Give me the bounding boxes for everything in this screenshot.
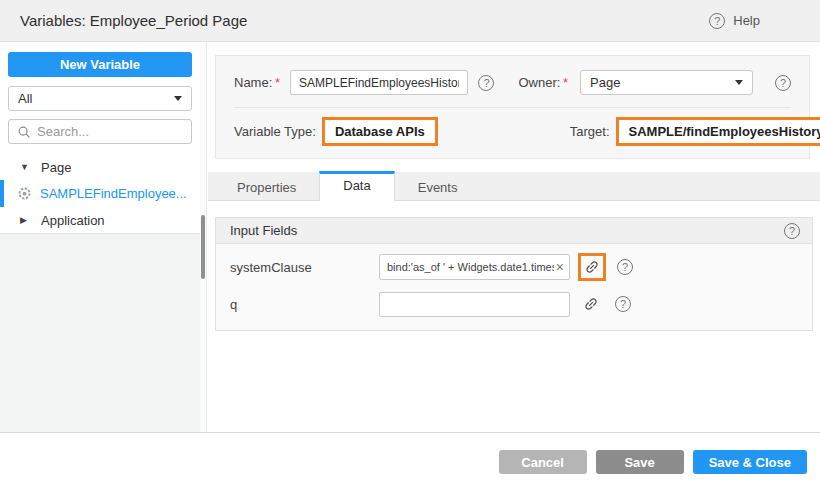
owner-select[interactable]: Page <box>580 70 753 95</box>
tab-data[interactable]: Data <box>319 171 394 201</box>
sidebar-scrollbar-thumb[interactable] <box>201 215 205 279</box>
help-icon[interactable]: ? <box>709 13 725 29</box>
new-variable-button[interactable]: New Variable <box>8 52 192 77</box>
page-title: Variables: Employee_Period Page <box>0 12 247 29</box>
variable-gear-icon <box>17 186 32 201</box>
variable-type-label: Variable Type: <box>234 124 316 139</box>
footer-buttons: Cancel Save Save & Close <box>499 450 807 474</box>
type-target-row: Variable Type: Database APIs Target: SAM… <box>216 108 809 155</box>
tree-collapsed-icon[interactable]: ▶ <box>20 215 30 225</box>
tree-group-page-label: Page <box>41 160 71 175</box>
variable-detail-pane: Name: * ? Owner: * Page ? Variable Type:… <box>208 42 820 432</box>
name-owner-row: Name: * ? Owner: * Page ? <box>216 56 809 107</box>
systemclause-value-box[interactable]: bind:'as_of ' + Widgets.date1.timestam × <box>379 254 570 280</box>
input-fields-panel: Input Fields ? systemClause bind:'as_of … <box>215 217 813 331</box>
detail-tabbar: Properties Data Events <box>208 172 820 201</box>
search-box <box>8 119 192 144</box>
filter-select[interactable]: All <box>8 86 192 111</box>
search-icon <box>17 125 31 139</box>
tree-group-application[interactable]: ▶ Application <box>0 207 200 233</box>
variables-tree: ▼ Page SAMPLEFindEmployee... ▶ Applicati… <box>0 154 200 233</box>
tree-group-page[interactable]: ▼ Page <box>0 154 200 180</box>
input-field-row-q: q ? <box>230 290 798 318</box>
clear-binding-icon[interactable]: × <box>556 260 564 274</box>
sidebar-scrollbar-track[interactable] <box>200 42 207 432</box>
tree-expanded-icon[interactable]: ▼ <box>20 162 30 172</box>
tab-events[interactable]: Events <box>395 171 481 200</box>
chevron-down-icon <box>174 96 182 101</box>
variable-summary-panel: Name: * ? Owner: * Page ? Variable Type:… <box>215 55 810 159</box>
name-input[interactable] <box>290 70 468 95</box>
input-fields-title: Input Fields <box>230 223 297 238</box>
name-label: Name: <box>234 75 272 90</box>
tree-item-variable-selected[interactable]: SAMPLEFindEmployee... <box>0 180 200 207</box>
variable-type-highlight: Database APIs <box>322 117 438 146</box>
save-and-close-button[interactable]: Save & Close <box>693 450 807 474</box>
help-button[interactable]: ? Help <box>709 13 820 29</box>
tree-item-variable-label: SAMPLEFindEmployee... <box>40 186 187 201</box>
tab-properties[interactable]: Properties <box>214 171 319 200</box>
field-label-systemclause: systemClause <box>230 260 379 275</box>
dialog-header: Variables: Employee_Period Page ? Help <box>0 0 820 42</box>
owner-label: Owner: <box>518 75 560 90</box>
systemclause-bind-button[interactable] <box>578 253 606 281</box>
input-fields-header: Input Fields ? <box>216 218 812 244</box>
save-button[interactable]: Save <box>596 450 684 474</box>
owner-select-value: Page <box>590 75 620 90</box>
help-label: Help <box>733 13 760 28</box>
systemclause-help-icon[interactable]: ? <box>617 259 633 275</box>
chevron-down-icon <box>735 80 743 85</box>
sidebar-empty-area <box>0 233 200 432</box>
link-icon <box>581 256 604 279</box>
name-help-icon[interactable]: ? <box>478 75 494 91</box>
variables-dialog: Variables: Employee_Period Page ? Help N… <box>0 0 820 489</box>
filter-select-value: All <box>18 91 32 106</box>
systemclause-bind-expression: bind:'as_of ' + Widgets.date1.timestam <box>387 261 554 273</box>
link-icon <box>580 293 603 316</box>
search-input[interactable] <box>37 124 183 139</box>
input-fields-help-icon[interactable]: ? <box>784 223 800 239</box>
variables-sidebar: New Variable All ▼ Page SAMPLEFindEmploy… <box>0 42 200 432</box>
q-help-icon[interactable]: ? <box>615 296 631 312</box>
target-label: Target: <box>570 124 610 139</box>
field-label-q: q <box>230 297 379 312</box>
target-highlight: SAMPLE/findEmployeesHistory <box>616 117 820 146</box>
owner-help-icon[interactable]: ? <box>775 75 791 91</box>
cancel-button[interactable]: Cancel <box>499 450 587 474</box>
q-input[interactable] <box>379 292 570 317</box>
name-required-marker: * <box>275 76 280 90</box>
tree-group-application-label: Application <box>41 213 105 228</box>
input-field-row-systemclause: systemClause bind:'as_of ' + Widgets.dat… <box>230 253 798 281</box>
owner-required-marker: * <box>563 76 568 90</box>
dialog-footer: Cancel Save Save & Close <box>0 432 820 489</box>
q-bind-button[interactable] <box>578 290 604 318</box>
